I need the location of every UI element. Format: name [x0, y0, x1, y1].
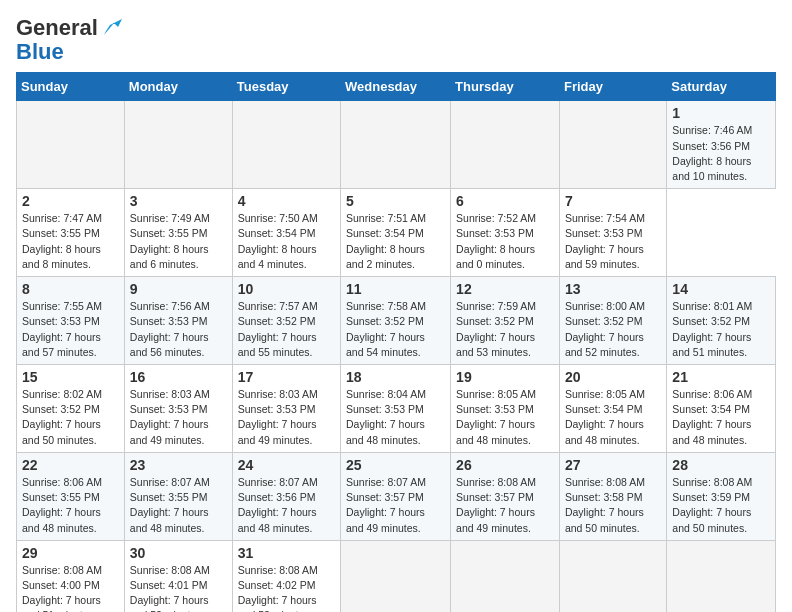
- day-number: 3: [130, 193, 227, 209]
- calendar-day-cell: 12Sunrise: 7:59 AMSunset: 3:52 PMDayligh…: [451, 277, 560, 365]
- day-info: Sunrise: 8:07 AMSunset: 3:56 PMDaylight:…: [238, 475, 335, 536]
- calendar-day-cell: 11Sunrise: 7:58 AMSunset: 3:52 PMDayligh…: [341, 277, 451, 365]
- day-info: Sunrise: 8:05 AMSunset: 3:53 PMDaylight:…: [456, 387, 554, 448]
- calendar-day-cell: 24Sunrise: 8:07 AMSunset: 3:56 PMDayligh…: [232, 452, 340, 540]
- day-number: 5: [346, 193, 445, 209]
- day-number: 8: [22, 281, 119, 297]
- calendar-day-cell: 16Sunrise: 8:03 AMSunset: 3:53 PMDayligh…: [124, 365, 232, 453]
- day-number: 28: [672, 457, 770, 473]
- calendar-day-cell: [341, 540, 451, 612]
- calendar-day-cell: 4Sunrise: 7:50 AMSunset: 3:54 PMDaylight…: [232, 189, 340, 277]
- day-info: Sunrise: 7:49 AMSunset: 3:55 PMDaylight:…: [130, 211, 227, 272]
- calendar-week-row: 8Sunrise: 7:55 AMSunset: 3:53 PMDaylight…: [17, 277, 776, 365]
- calendar-day-cell: [559, 540, 666, 612]
- calendar-day-cell: [341, 101, 451, 189]
- day-info: Sunrise: 7:47 AMSunset: 3:55 PMDaylight:…: [22, 211, 119, 272]
- calendar-day-cell: 26Sunrise: 8:08 AMSunset: 3:57 PMDayligh…: [451, 452, 560, 540]
- day-number: 14: [672, 281, 770, 297]
- day-info: Sunrise: 8:08 AMSunset: 3:57 PMDaylight:…: [456, 475, 554, 536]
- calendar-header-saturday: Saturday: [667, 73, 776, 101]
- day-info: Sunrise: 7:55 AMSunset: 3:53 PMDaylight:…: [22, 299, 119, 360]
- day-number: 19: [456, 369, 554, 385]
- calendar-header-monday: Monday: [124, 73, 232, 101]
- calendar-day-cell: [451, 101, 560, 189]
- day-info: Sunrise: 8:07 AMSunset: 3:57 PMDaylight:…: [346, 475, 445, 536]
- day-number: 13: [565, 281, 661, 297]
- calendar-day-cell: 8Sunrise: 7:55 AMSunset: 3:53 PMDaylight…: [17, 277, 125, 365]
- calendar-header-friday: Friday: [559, 73, 666, 101]
- calendar-day-cell: 21Sunrise: 8:06 AMSunset: 3:54 PMDayligh…: [667, 365, 776, 453]
- calendar-header-tuesday: Tuesday: [232, 73, 340, 101]
- day-info: Sunrise: 7:52 AMSunset: 3:53 PMDaylight:…: [456, 211, 554, 272]
- day-number: 7: [565, 193, 661, 209]
- day-number: 25: [346, 457, 445, 473]
- day-info: Sunrise: 7:58 AMSunset: 3:52 PMDaylight:…: [346, 299, 445, 360]
- calendar-day-cell: [124, 101, 232, 189]
- calendar-week-row: 2Sunrise: 7:47 AMSunset: 3:55 PMDaylight…: [17, 189, 776, 277]
- day-number: 1: [672, 105, 770, 121]
- day-number: 6: [456, 193, 554, 209]
- calendar-header-row: SundayMondayTuesdayWednesdayThursdayFrid…: [17, 73, 776, 101]
- day-info: Sunrise: 7:57 AMSunset: 3:52 PMDaylight:…: [238, 299, 335, 360]
- calendar-day-cell: 27Sunrise: 8:08 AMSunset: 3:58 PMDayligh…: [559, 452, 666, 540]
- calendar-day-cell: 17Sunrise: 8:03 AMSunset: 3:53 PMDayligh…: [232, 365, 340, 453]
- day-number: 15: [22, 369, 119, 385]
- day-number: 26: [456, 457, 554, 473]
- calendar-day-cell: 23Sunrise: 8:07 AMSunset: 3:55 PMDayligh…: [124, 452, 232, 540]
- calendar-week-row: 22Sunrise: 8:06 AMSunset: 3:55 PMDayligh…: [17, 452, 776, 540]
- calendar-day-cell: 7Sunrise: 7:54 AMSunset: 3:53 PMDaylight…: [559, 189, 666, 277]
- logo-bird-icon: [100, 17, 122, 39]
- day-info: Sunrise: 8:00 AMSunset: 3:52 PMDaylight:…: [565, 299, 661, 360]
- day-info: Sunrise: 8:08 AMSunset: 3:58 PMDaylight:…: [565, 475, 661, 536]
- day-info: Sunrise: 8:08 AMSunset: 4:02 PMDaylight:…: [238, 563, 335, 612]
- day-info: Sunrise: 8:06 AMSunset: 3:55 PMDaylight:…: [22, 475, 119, 536]
- day-number: 12: [456, 281, 554, 297]
- day-info: Sunrise: 8:04 AMSunset: 3:53 PMDaylight:…: [346, 387, 445, 448]
- calendar-header-thursday: Thursday: [451, 73, 560, 101]
- calendar-day-cell: 1Sunrise: 7:46 AMSunset: 3:56 PMDaylight…: [667, 101, 776, 189]
- day-number: 20: [565, 369, 661, 385]
- day-info: Sunrise: 7:46 AMSunset: 3:56 PMDaylight:…: [672, 123, 770, 184]
- calendar-day-cell: 31Sunrise: 8:08 AMSunset: 4:02 PMDayligh…: [232, 540, 340, 612]
- day-number: 17: [238, 369, 335, 385]
- calendar-day-cell: [17, 101, 125, 189]
- calendar-day-cell: 15Sunrise: 8:02 AMSunset: 3:52 PMDayligh…: [17, 365, 125, 453]
- day-number: 9: [130, 281, 227, 297]
- day-info: Sunrise: 8:08 AMSunset: 4:00 PMDaylight:…: [22, 563, 119, 612]
- day-info: Sunrise: 8:05 AMSunset: 3:54 PMDaylight:…: [565, 387, 661, 448]
- day-number: 21: [672, 369, 770, 385]
- calendar-week-row: 29Sunrise: 8:08 AMSunset: 4:00 PMDayligh…: [17, 540, 776, 612]
- day-number: 22: [22, 457, 119, 473]
- day-number: 16: [130, 369, 227, 385]
- calendar-day-cell: 6Sunrise: 7:52 AMSunset: 3:53 PMDaylight…: [451, 189, 560, 277]
- day-number: 24: [238, 457, 335, 473]
- logo: General Blue: [16, 16, 122, 64]
- calendar-day-cell: 18Sunrise: 8:04 AMSunset: 3:53 PMDayligh…: [341, 365, 451, 453]
- day-number: 18: [346, 369, 445, 385]
- page-header: General Blue: [16, 16, 776, 64]
- day-number: 29: [22, 545, 119, 561]
- calendar-week-row: 15Sunrise: 8:02 AMSunset: 3:52 PMDayligh…: [17, 365, 776, 453]
- calendar-day-cell: 14Sunrise: 8:01 AMSunset: 3:52 PMDayligh…: [667, 277, 776, 365]
- calendar-day-cell: 5Sunrise: 7:51 AMSunset: 3:54 PMDaylight…: [341, 189, 451, 277]
- calendar-day-cell: 20Sunrise: 8:05 AMSunset: 3:54 PMDayligh…: [559, 365, 666, 453]
- day-number: 30: [130, 545, 227, 561]
- calendar-day-cell: 2Sunrise: 7:47 AMSunset: 3:55 PMDaylight…: [17, 189, 125, 277]
- calendar-table: SundayMondayTuesdayWednesdayThursdayFrid…: [16, 72, 776, 612]
- calendar-header-sunday: Sunday: [17, 73, 125, 101]
- day-number: 23: [130, 457, 227, 473]
- day-info: Sunrise: 8:06 AMSunset: 3:54 PMDaylight:…: [672, 387, 770, 448]
- day-info: Sunrise: 8:01 AMSunset: 3:52 PMDaylight:…: [672, 299, 770, 360]
- calendar-day-cell: 19Sunrise: 8:05 AMSunset: 3:53 PMDayligh…: [451, 365, 560, 453]
- calendar-day-cell: [451, 540, 560, 612]
- day-number: 4: [238, 193, 335, 209]
- calendar-day-cell: 3Sunrise: 7:49 AMSunset: 3:55 PMDaylight…: [124, 189, 232, 277]
- calendar-day-cell: 29Sunrise: 8:08 AMSunset: 4:00 PMDayligh…: [17, 540, 125, 612]
- calendar-day-cell: [667, 540, 776, 612]
- calendar-day-cell: 13Sunrise: 8:00 AMSunset: 3:52 PMDayligh…: [559, 277, 666, 365]
- logo-text-general: General: [16, 16, 98, 40]
- day-info: Sunrise: 7:54 AMSunset: 3:53 PMDaylight:…: [565, 211, 661, 272]
- day-number: 27: [565, 457, 661, 473]
- calendar-day-cell: 25Sunrise: 8:07 AMSunset: 3:57 PMDayligh…: [341, 452, 451, 540]
- day-info: Sunrise: 7:51 AMSunset: 3:54 PMDaylight:…: [346, 211, 445, 272]
